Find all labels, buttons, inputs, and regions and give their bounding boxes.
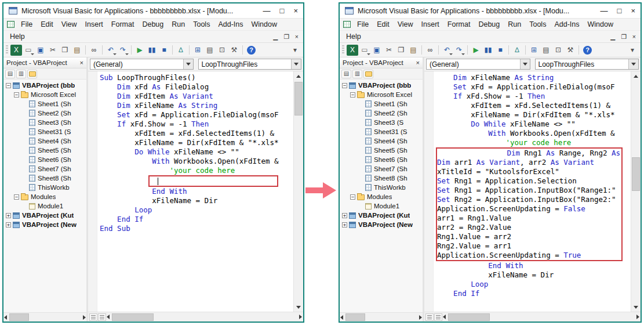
code-hscroll-thumb[interactable] (112, 313, 154, 321)
toolbar-overflow-icon[interactable]: ▾ (627, 45, 638, 56)
object-dropdown-button[interactable] (183, 59, 193, 69)
code-horizontal-scrollbar[interactable] (88, 312, 303, 322)
plus-expander-icon[interactable]: + (6, 213, 11, 218)
copy-icon[interactable]: ❐ (395, 45, 407, 56)
menu-item-tools[interactable]: Tools (525, 19, 550, 30)
tree-item-vbaproject-new[interactable]: +VBAProject (New (3, 220, 86, 229)
tree-item-sheet8-sh[interactable]: Sheet8 (Sh (3, 174, 86, 183)
procedure-dropdown[interactable]: LoopThroughFiles (198, 59, 302, 70)
tree-item-vbaproject-kut[interactable]: +VBAProject (Kut (3, 211, 86, 220)
cut-icon[interactable]: ✂ (47, 45, 59, 56)
tree-item-sheet4-sh[interactable]: Sheet4 (Sh (3, 136, 86, 146)
tree-item-sheet4-sh[interactable]: Sheet4 (Sh (340, 136, 423, 146)
redo-icon[interactable]: ↷ (117, 45, 129, 56)
view-object-button[interactable]: ▥ (16, 70, 26, 78)
scroll-left-icon[interactable] (107, 315, 110, 319)
undo-icon[interactable]: ↶ (441, 45, 453, 56)
minus-expander-icon[interactable]: − (350, 92, 355, 98)
copy-icon[interactable]: ❐ (59, 45, 71, 56)
child-close-button[interactable]: × (295, 34, 299, 40)
tree-item-sheet5-sh[interactable]: Sheet5 (Sh (3, 146, 86, 155)
code-vertical-scrollbar[interactable] (293, 71, 303, 312)
procedure-dropdown[interactable]: LoopThroughFiles (535, 59, 639, 70)
find-icon[interactable]: ∞ (424, 45, 436, 56)
vertical-scroll-thumb[interactable] (294, 82, 303, 115)
tree-item-microsoft-excel[interactable]: −Microsoft Excel (340, 90, 423, 99)
menu-item-view[interactable]: View (394, 19, 417, 30)
reset-icon[interactable]: ■ (494, 45, 506, 56)
menu-item-debug[interactable]: Debug (138, 19, 168, 30)
menu-item-run[interactable]: Run (168, 19, 189, 30)
help-icon[interactable]: ? (583, 46, 592, 55)
child-restore-button[interactable]: ❐ (283, 34, 289, 40)
procedure-dropdown-button[interactable] (291, 59, 301, 69)
tree-item-sheet3-sh[interactable]: Sheet3 (Sh (3, 118, 86, 127)
object-browser-icon[interactable]: ⊡ (216, 45, 228, 56)
scroll-down-button[interactable] (294, 302, 303, 312)
tree-item-sheet6-sh[interactable]: Sheet6 (Sh (340, 155, 423, 164)
view-object-button[interactable]: ▥ (352, 70, 362, 78)
tree-item-thisworkb[interactable]: ThisWorkb (3, 183, 86, 192)
child-minimize-button[interactable]: ▁ (273, 34, 278, 40)
maximize-button[interactable]: □ (280, 7, 285, 15)
object-browser-icon[interactable]: ⊡ (552, 45, 564, 56)
panel-close-button[interactable]: × (80, 59, 83, 66)
object-dropdown[interactable]: (General) (90, 59, 194, 70)
child-minimize-button[interactable]: ▁ (610, 34, 615, 40)
menu-item-insert[interactable]: Insert (81, 19, 107, 30)
project-hscroll-track[interactable] (8, 313, 82, 321)
insert-userform-icon[interactable]: ▭ (359, 45, 370, 56)
tree-item-module1[interactable]: Module1 (340, 201, 423, 211)
design-mode-icon[interactable]: ∆ (175, 45, 187, 56)
procedure-view-button[interactable] (89, 313, 97, 321)
code-hscroll-thumb[interactable] (448, 313, 490, 321)
close-button[interactable]: × (293, 7, 298, 15)
project-horizontal-scrollbar[interactable] (340, 312, 423, 322)
excel-icon[interactable]: X (347, 45, 358, 56)
child-close-button[interactable]: × (632, 34, 636, 40)
undo-icon[interactable]: ↶ (105, 45, 117, 56)
plus-expander-icon[interactable]: + (6, 222, 11, 228)
tree-item-vbaproject-bbb[interactable]: −VBAProject (bbb (3, 81, 86, 90)
menu-item-debug[interactable]: Debug (474, 19, 504, 30)
toggle-folders-button[interactable] (363, 70, 373, 78)
run-icon[interactable]: ▶ (470, 45, 482, 56)
project-hscroll-thumb[interactable] (9, 313, 29, 321)
minimize-button[interactable]: — (601, 7, 608, 15)
tree-item-sheet31-s[interactable]: Sheet31 (S (340, 127, 423, 136)
code-hscroll-track[interactable] (111, 313, 298, 321)
menu-item-help[interactable]: Help (6, 31, 29, 42)
excel-icon[interactable]: X (10, 45, 22, 56)
toolbox-icon[interactable]: ⚒ (565, 45, 576, 56)
tree-item-modules[interactable]: −Modules (340, 192, 423, 201)
view-code-button[interactable]: ▤ (5, 70, 15, 78)
vertical-scroll-thumb[interactable] (632, 157, 640, 191)
project-explorer-icon[interactable]: ⊞ (192, 45, 203, 56)
tree-item-sheet1-sh[interactable]: Sheet1 (Sh (3, 99, 86, 109)
object-dropdown[interactable]: (General) (426, 59, 530, 70)
child-restore-button[interactable]: ❐ (621, 34, 626, 40)
scroll-right-icon[interactable] (636, 315, 639, 319)
project-hscroll-thumb[interactable] (345, 313, 365, 321)
minus-expander-icon[interactable]: − (14, 194, 19, 200)
paste-icon[interactable]: ▤ (71, 45, 83, 56)
code-horizontal-scrollbar[interactable] (424, 312, 641, 322)
menu-item-file[interactable]: File (353, 19, 373, 30)
properties-window-icon[interactable]: ▤ (204, 45, 216, 56)
project-horizontal-scrollbar[interactable] (3, 312, 86, 322)
save-icon[interactable]: ▣ (371, 45, 383, 56)
tree-item-sheet5-sh[interactable]: Sheet5 (Sh (340, 146, 423, 155)
scroll-left-icon[interactable] (443, 315, 446, 319)
menu-item-window[interactable]: Window (584, 19, 617, 30)
tree-item-sheet7-sh[interactable]: Sheet7 (Sh (3, 164, 86, 174)
menu-item-run[interactable]: Run (504, 19, 525, 30)
tree-item-vbaproject-new[interactable]: +VBAProject (New (340, 220, 423, 229)
help-icon[interactable]: ? (247, 46, 256, 55)
minimize-button[interactable]: — (263, 7, 271, 15)
paste-icon[interactable]: ▤ (407, 45, 419, 56)
save-icon[interactable]: ▣ (35, 45, 46, 56)
menu-item-insert[interactable]: Insert (417, 19, 443, 30)
toolbar-drag-handle[interactable] (342, 45, 344, 55)
reset-icon[interactable]: ■ (158, 45, 170, 56)
full-module-view-button[interactable] (98, 313, 106, 321)
